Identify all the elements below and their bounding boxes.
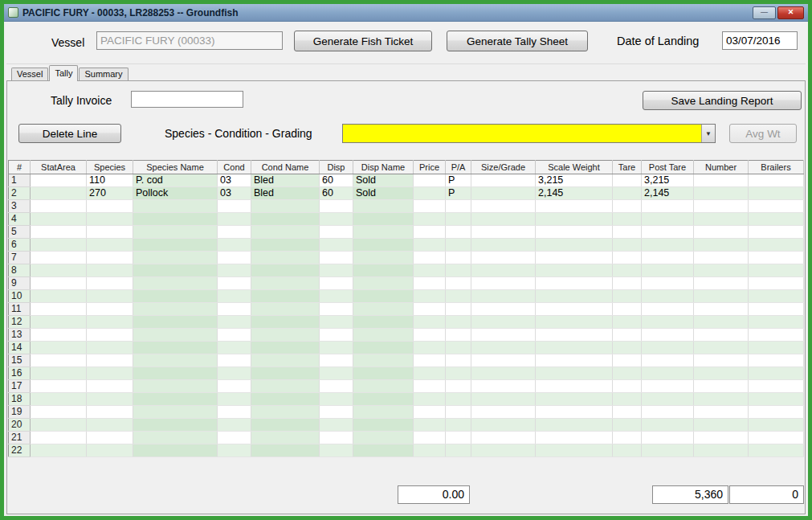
grid-cell[interactable] [251, 239, 320, 252]
grid-cell[interactable] [446, 367, 471, 380]
grid-cell[interactable] [251, 200, 320, 213]
grid-cell[interactable] [353, 316, 414, 329]
row-number[interactable]: 21 [9, 432, 31, 444]
grid-cell[interactable] [642, 432, 694, 444]
species-condition-grading-combobox[interactable]: ▼ [342, 124, 716, 143]
grid-cell[interactable] [414, 187, 446, 200]
grid-cell[interactable] [218, 252, 251, 264]
grid-cell[interactable]: Sold [353, 174, 414, 187]
grid-cell[interactable] [31, 303, 87, 316]
grid-cell[interactable] [251, 303, 320, 316]
grid-cell[interactable] [133, 329, 218, 342]
tab-summary[interactable]: Summary [79, 68, 128, 80]
delete-line-button[interactable]: Delete Line [18, 124, 121, 143]
grid-cell[interactable] [133, 419, 218, 432]
grid-cell[interactable] [446, 354, 471, 367]
grid-cell[interactable] [320, 226, 353, 239]
grid-cell[interactable] [251, 367, 320, 380]
grid-cell[interactable] [694, 393, 749, 406]
grid-cell[interactable] [414, 354, 446, 367]
grid-cell[interactable] [694, 252, 749, 264]
grid-cell[interactable] [613, 354, 642, 367]
grid-cell[interactable] [353, 354, 414, 367]
grid-cell[interactable] [613, 380, 642, 393]
grid-cell[interactable] [87, 239, 133, 252]
grid-cell[interactable] [471, 393, 536, 406]
grid-cell[interactable] [749, 200, 804, 213]
grid-cell[interactable]: 03 [218, 174, 251, 187]
grid-cell[interactable] [471, 444, 536, 457]
grid-cell[interactable] [31, 174, 87, 187]
row-number[interactable]: 13 [9, 329, 31, 342]
grid-cell[interactable] [536, 213, 613, 226]
row-number[interactable]: 16 [9, 367, 31, 380]
grid-cell[interactable] [446, 226, 471, 239]
grid-cell[interactable] [414, 264, 446, 277]
grid-cell[interactable] [446, 444, 471, 457]
grid-cell[interactable] [414, 367, 446, 380]
grid-cell[interactable] [642, 252, 694, 264]
grid-cell[interactable]: 270 [87, 187, 133, 200]
grid-cell[interactable] [749, 277, 804, 290]
grid-cell[interactable] [536, 329, 613, 342]
grid-cell[interactable] [613, 329, 642, 342]
grid-cell[interactable]: 2,145 [536, 187, 613, 200]
grid-cell[interactable] [133, 393, 218, 406]
grid-cell[interactable] [87, 354, 133, 367]
grid-cell[interactable] [133, 277, 218, 290]
grid-cell[interactable] [133, 239, 218, 252]
grid-cell[interactable] [471, 419, 536, 432]
grid-cell[interactable] [353, 290, 414, 303]
row-number[interactable]: 3 [9, 200, 31, 213]
grid-cell[interactable] [133, 303, 218, 316]
grid-cell[interactable] [218, 444, 251, 457]
grid-cell[interactable] [414, 419, 446, 432]
grid-cell[interactable] [320, 342, 353, 354]
grid-cell[interactable] [320, 380, 353, 393]
grid-cell[interactable] [353, 406, 414, 419]
row-number[interactable]: 15 [9, 354, 31, 367]
grid-cell[interactable] [353, 329, 414, 342]
grid-cell[interactable] [31, 264, 87, 277]
grid-cell[interactable] [218, 316, 251, 329]
chevron-down-icon[interactable]: ▼ [701, 125, 715, 142]
grid-cell[interactable] [87, 367, 133, 380]
grid-cell[interactable] [320, 393, 353, 406]
grid-cell[interactable] [87, 419, 133, 432]
grid-cell[interactable] [694, 354, 749, 367]
grid-cell[interactable] [446, 303, 471, 316]
grid-cell[interactable] [320, 354, 353, 367]
grid-cell[interactable] [471, 174, 536, 187]
grid-cell[interactable] [353, 342, 414, 354]
grid-cell[interactable] [133, 354, 218, 367]
grid-cell[interactable]: 03 [218, 187, 251, 200]
grid-cell[interactable] [87, 252, 133, 264]
generate-tally-sheet-button[interactable]: Generate Tally Sheet [447, 31, 588, 51]
grid-cell[interactable] [414, 226, 446, 239]
row-number[interactable]: 12 [9, 316, 31, 329]
grid-cell[interactable] [414, 406, 446, 419]
grid-cell[interactable] [251, 393, 320, 406]
grid-cell[interactable] [251, 277, 320, 290]
grid-cell[interactable] [694, 380, 749, 393]
grid-cell[interactable] [694, 239, 749, 252]
grid-cell[interactable] [694, 316, 749, 329]
grid-cell[interactable]: 60 [320, 187, 353, 200]
grid-cell[interactable] [613, 187, 642, 200]
row-number[interactable]: 4 [9, 213, 31, 226]
grid-cell[interactable] [749, 174, 804, 187]
grid-cell[interactable] [133, 290, 218, 303]
grid-cell[interactable] [536, 406, 613, 419]
grid-cell[interactable] [642, 342, 694, 354]
grid-cell[interactable] [536, 444, 613, 457]
grid-cell[interactable] [414, 393, 446, 406]
grid-cell[interactable] [320, 264, 353, 277]
grid-cell[interactable] [536, 277, 613, 290]
tab-tally[interactable]: Tally [49, 65, 78, 81]
grid-cell[interactable] [353, 200, 414, 213]
grid-cell[interactable] [749, 187, 804, 200]
grid-cell[interactable] [87, 444, 133, 457]
grid-cell[interactable] [613, 367, 642, 380]
row-number[interactable]: 5 [9, 226, 31, 239]
grid-cell[interactable] [251, 226, 320, 239]
